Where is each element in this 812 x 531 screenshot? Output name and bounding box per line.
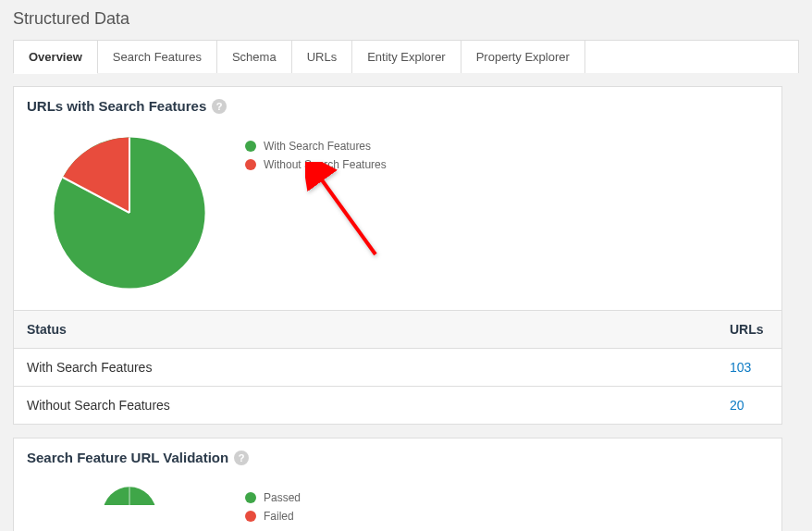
dot-green-icon — [245, 141, 256, 152]
panel-search-feature-url-validation: Search Feature URL Validation ? Passed — [13, 438, 782, 531]
panel-urls-with-search-features: URLs with Search Features ? With Searc — [13, 86, 782, 425]
dot-red-icon — [245, 159, 256, 170]
pie-chart — [51, 486, 208, 531]
status-cell: Without Search Features — [14, 387, 717, 425]
legend-label: With Search Features — [264, 140, 371, 153]
table-row: Without Search Features 20 — [14, 387, 781, 425]
chart-legend: Passed Failed — [245, 486, 301, 531]
status-cell: With Search Features — [14, 349, 717, 387]
tab-overview[interactable]: Overview — [14, 41, 98, 73]
col-urls: URLs — [717, 311, 781, 349]
tab-property-explorer[interactable]: Property Explorer — [461, 41, 585, 73]
legend-item-with[interactable]: With Search Features — [245, 140, 387, 153]
help-icon[interactable]: ? — [212, 99, 227, 114]
dot-red-icon — [245, 511, 256, 522]
legend-label: Failed — [264, 510, 294, 523]
chart-area: Passed Failed — [14, 476, 781, 531]
col-status: Status — [14, 311, 717, 349]
legend-label: Passed — [264, 491, 301, 504]
panel-header: URLs with Search Features ? — [14, 87, 781, 125]
panel-header: Search Feature URL Validation ? — [14, 438, 781, 476]
chart-area: With Search Features Without Search Feat… — [14, 125, 781, 310]
urls-link[interactable]: 103 — [730, 360, 751, 375]
legend-label: Without Search Features — [264, 158, 387, 171]
legend-item-passed[interactable]: Passed — [245, 491, 301, 504]
status-table: Status URLs With Search Features 103 Wit… — [14, 310, 781, 424]
chart-legend: With Search Features Without Search Feat… — [245, 134, 387, 291]
tab-entity-explorer[interactable]: Entity Explorer — [352, 41, 461, 73]
panel-title: URLs with Search Features — [27, 98, 206, 114]
tabs-bar: Overview Search Features Schema URLs Ent… — [13, 40, 799, 73]
help-icon[interactable]: ? — [234, 451, 249, 465]
tab-filler — [585, 41, 798, 73]
pie-chart — [51, 134, 208, 291]
panel-title: Search Feature URL Validation — [27, 450, 228, 465]
tab-schema[interactable]: Schema — [217, 41, 292, 73]
legend-item-failed[interactable]: Failed — [245, 510, 301, 523]
urls-link[interactable]: 20 — [730, 398, 744, 413]
page-title: Structured Data — [0, 0, 812, 34]
tab-urls[interactable]: URLs — [292, 41, 353, 73]
table-row: With Search Features 103 — [14, 349, 781, 387]
tab-search-features[interactable]: Search Features — [98, 41, 217, 73]
legend-item-without[interactable]: Without Search Features — [245, 158, 387, 171]
dot-green-icon — [245, 492, 256, 503]
